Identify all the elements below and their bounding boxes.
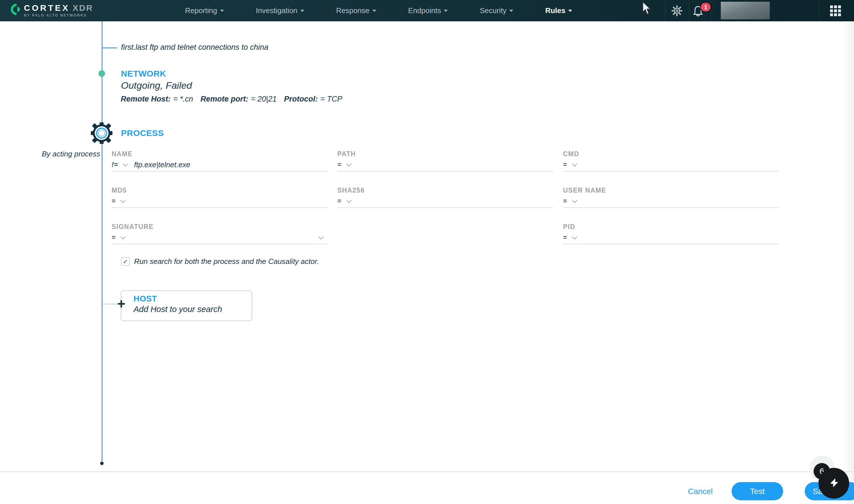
network-section-heading[interactable]: NETWORK — [121, 69, 166, 78]
network-conditions: Remote Host:= *.cn Remote port:= 20|21 P… — [121, 95, 342, 104]
chevron-down-icon[interactable] — [572, 234, 577, 239]
main-menu: Reporting Investigation Response Endpoin… — [185, 0, 572, 21]
network-subtitle: Outgoing, Failed — [121, 80, 192, 91]
menu-endpoints[interactable]: Endpoints — [408, 6, 448, 15]
nav-divider — [665, 0, 665, 21]
host-card-description: Add Host to your search — [134, 305, 222, 314]
nav-divider — [819, 0, 819, 21]
rule-title: first.last ftp amd telnet connections to… — [121, 43, 268, 52]
test-button[interactable]: Test — [732, 482, 783, 500]
chat-widget-button[interactable] — [818, 468, 849, 499]
host-card-heading: HOST — [134, 294, 157, 304]
name-value-input[interactable]: ftp.exe|telnet.exe — [134, 160, 190, 169]
chevron-down-icon[interactable] — [120, 198, 125, 203]
add-host-card[interactable]: HOST Add Host to your search — [121, 290, 252, 321]
chevron-down-icon[interactable] — [120, 234, 125, 239]
rule-timeline-line — [102, 21, 103, 461]
brand-title: CORTEXXDR — [24, 3, 93, 13]
chevron-down-icon[interactable] — [123, 161, 128, 166]
cortex-logo-icon — [10, 3, 21, 16]
condition-protocol: Protocol:= TCP — [284, 95, 343, 104]
operator-select[interactable]: = — [111, 234, 116, 241]
operator-select[interactable]: = — [111, 197, 116, 205]
title-connector — [102, 48, 117, 48]
add-host-plus-icon[interactable]: + — [115, 296, 127, 312]
causality-checkbox-label: Run search for both the process and the … — [134, 257, 319, 266]
chat-bolt-icon — [825, 474, 842, 492]
chevron-down-icon[interactable] — [346, 161, 351, 166]
chevron-down-icon[interactable] — [572, 161, 577, 166]
field-pid: PID = — [563, 223, 779, 244]
menu-rules[interactable]: Rules — [545, 6, 572, 15]
operator-select[interactable]: = — [337, 161, 341, 169]
chevron-down-icon[interactable] — [346, 198, 351, 203]
process-gear-icon — [90, 122, 113, 144]
user-account-redacted[interactable] — [721, 2, 770, 19]
condition-remote-port: Remote port:= 20|21 — [201, 95, 276, 104]
cortex-xdr-rule-editor: CORTEXXDR BY PALO ALTO NETWORKS Reportin… — [0, 0, 854, 504]
cancel-button[interactable]: Cancel — [683, 487, 717, 496]
brand-tagline: BY PALO ALTO NETWORKS — [24, 13, 93, 17]
chevron-down-icon — [372, 10, 376, 12]
operator-select[interactable]: = — [563, 197, 567, 205]
cortex-xdr-logo: CORTEXXDR BY PALO ALTO NETWORKS — [10, 3, 93, 17]
field-md5: MD5 = — [111, 187, 327, 208]
chevron-down-icon — [568, 10, 572, 12]
causality-checkbox-row: ✓ Run search for both the process and th… — [121, 257, 319, 266]
condition-remote-host: Remote Host:= *.cn — [121, 95, 193, 104]
menu-investigation[interactable]: Investigation — [256, 6, 304, 15]
nav-divider — [710, 0, 711, 21]
operator-select[interactable]: = — [337, 197, 341, 205]
menu-security[interactable]: Security — [480, 6, 513, 15]
settings-gear-icon[interactable] — [671, 0, 683, 21]
operator-select[interactable]: != — [111, 161, 118, 169]
field-signature: SIGNATURE = — [111, 223, 327, 244]
operator-select[interactable]: = — [563, 161, 567, 169]
field-user-name: USER NAME = — [563, 187, 779, 208]
chevron-down-icon — [444, 10, 448, 12]
causality-checkbox[interactable]: ✓ — [121, 257, 130, 266]
top-navbar: CORTEXXDR BY PALO ALTO NETWORKS Reportin… — [0, 0, 854, 21]
field-sha256: SHA256 = — [337, 187, 553, 208]
app-switcher-grid-icon[interactable] — [830, 5, 841, 16]
operator-select[interactable]: = — [563, 234, 567, 241]
process-fields-grid: NAME != ftp.exe|telnet.exe PATH = CMD = — [111, 150, 779, 244]
scroll-gutter — [842, 21, 854, 504]
empty-grid-cell — [337, 223, 553, 244]
mouse-cursor — [642, 1, 653, 16]
timeline-end-dot — [100, 462, 104, 465]
menu-response[interactable]: Response — [336, 6, 376, 15]
notification-badge[interactable]: 1 — [701, 3, 711, 11]
signature-value-dropdown-chevron[interactable] — [318, 234, 324, 239]
chevron-down-icon[interactable] — [572, 198, 577, 203]
acting-process-note: By acting process — [40, 150, 100, 158]
chevron-down-icon — [300, 10, 304, 12]
network-node-dot — [99, 70, 105, 77]
process-section-heading[interactable]: PROCESS — [121, 128, 164, 138]
field-cmd: CMD = — [563, 150, 779, 172]
check-icon: ✓ — [123, 258, 128, 265]
field-name: NAME != ftp.exe|telnet.exe — [111, 150, 327, 172]
chevron-down-icon — [220, 10, 224, 12]
field-path: PATH = — [337, 150, 553, 172]
nav-divider — [689, 0, 689, 21]
chevron-down-icon — [509, 10, 513, 12]
footer-divider — [0, 471, 854, 472]
menu-reporting[interactable]: Reporting — [185, 6, 224, 15]
